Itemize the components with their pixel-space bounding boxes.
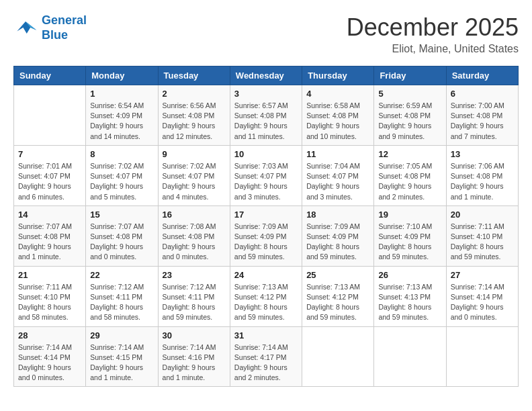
day-number: 9 <box>163 149 226 159</box>
calendar-cell: 9Sunrise: 7:02 AM Sunset: 4:07 PM Daylig… <box>158 145 230 205</box>
calendar-cell: 2Sunrise: 6:56 AM Sunset: 4:08 PM Daylig… <box>158 85 230 146</box>
week-row-3: 21Sunrise: 7:11 AM Sunset: 4:10 PM Dayli… <box>14 266 519 326</box>
day-info: Sunrise: 7:02 AM Sunset: 4:07 PM Dayligh… <box>90 161 153 202</box>
day-number: 30 <box>163 330 226 340</box>
day-info: Sunrise: 6:57 AM Sunset: 4:08 PM Dayligh… <box>234 101 298 142</box>
day-number: 11 <box>306 149 369 159</box>
weekday-header-monday: Monday <box>86 66 158 85</box>
day-number: 16 <box>163 210 226 220</box>
weekday-header-tuesday: Tuesday <box>158 66 230 85</box>
day-info: Sunrise: 6:59 AM Sunset: 4:08 PM Dayligh… <box>378 101 441 142</box>
weekday-row: SundayMondayTuesdayWednesdayThursdayFrid… <box>14 66 519 85</box>
svg-marker-0 <box>17 21 36 34</box>
calendar-cell: 3Sunrise: 6:57 AM Sunset: 4:08 PM Daylig… <box>230 85 302 146</box>
day-number: 20 <box>451 210 514 220</box>
week-row-0: 1Sunrise: 6:54 AM Sunset: 4:09 PM Daylig… <box>14 85 519 146</box>
day-info: Sunrise: 7:07 AM Sunset: 4:08 PM Dayligh… <box>18 222 81 263</box>
day-number: 6 <box>451 89 514 99</box>
day-number: 27 <box>451 270 514 280</box>
day-number: 3 <box>234 89 298 99</box>
logo-line1: General <box>42 13 87 27</box>
calendar-cell: 25Sunrise: 7:13 AM Sunset: 4:12 PM Dayli… <box>302 266 374 326</box>
day-number: 22 <box>90 270 153 280</box>
calendar-cell: 7Sunrise: 7:01 AM Sunset: 4:07 PM Daylig… <box>14 145 86 205</box>
day-number: 7 <box>18 149 81 159</box>
month-title: December 2025 <box>347 13 519 42</box>
day-number: 28 <box>18 330 81 340</box>
calendar-cell: 30Sunrise: 7:14 AM Sunset: 4:16 PM Dayli… <box>158 326 230 387</box>
day-number: 14 <box>18 210 81 220</box>
logo-icon <box>13 19 38 38</box>
day-number: 21 <box>18 270 81 280</box>
day-info: Sunrise: 7:02 AM Sunset: 4:07 PM Dayligh… <box>163 161 226 202</box>
weekday-header-thursday: Thursday <box>302 66 374 85</box>
calendar-cell: 14Sunrise: 7:07 AM Sunset: 4:08 PM Dayli… <box>14 205 86 266</box>
calendar-cell: 27Sunrise: 7:14 AM Sunset: 4:14 PM Dayli… <box>446 266 518 326</box>
day-info: Sunrise: 7:14 AM Sunset: 4:17 PM Dayligh… <box>234 342 298 383</box>
weekday-header-sunday: Sunday <box>14 66 86 85</box>
day-number: 19 <box>378 210 441 220</box>
calendar-cell: 8Sunrise: 7:02 AM Sunset: 4:07 PM Daylig… <box>86 145 158 205</box>
day-info: Sunrise: 7:00 AM Sunset: 4:08 PM Dayligh… <box>451 101 514 142</box>
calendar-cell: 5Sunrise: 6:59 AM Sunset: 4:08 PM Daylig… <box>374 85 446 146</box>
day-number: 12 <box>378 149 441 159</box>
day-number: 10 <box>234 149 298 159</box>
day-info: Sunrise: 7:13 AM Sunset: 4:12 PM Dayligh… <box>234 282 298 323</box>
day-number: 2 <box>163 89 226 99</box>
day-number: 18 <box>306 210 369 220</box>
day-number: 4 <box>306 89 369 99</box>
title-block: December 2025 Eliot, Maine, United State… <box>347 13 519 55</box>
day-info: Sunrise: 7:14 AM Sunset: 4:16 PM Dayligh… <box>163 342 226 383</box>
day-info: Sunrise: 7:13 AM Sunset: 4:13 PM Dayligh… <box>378 282 441 323</box>
weekday-header-saturday: Saturday <box>446 66 518 85</box>
calendar-cell: 13Sunrise: 7:06 AM Sunset: 4:08 PM Dayli… <box>446 145 518 205</box>
calendar-cell: 21Sunrise: 7:11 AM Sunset: 4:10 PM Dayli… <box>14 266 86 326</box>
day-info: Sunrise: 7:01 AM Sunset: 4:07 PM Dayligh… <box>18 161 81 202</box>
calendar-cell <box>302 326 374 387</box>
page-header: General Blue December 2025 Eliot, Maine,… <box>13 13 519 55</box>
day-info: Sunrise: 7:14 AM Sunset: 4:14 PM Dayligh… <box>18 342 81 383</box>
day-info: Sunrise: 7:08 AM Sunset: 4:08 PM Dayligh… <box>163 222 226 263</box>
calendar-cell: 16Sunrise: 7:08 AM Sunset: 4:08 PM Dayli… <box>158 205 230 266</box>
calendar-cell: 10Sunrise: 7:03 AM Sunset: 4:07 PM Dayli… <box>230 145 302 205</box>
day-number: 17 <box>234 210 298 220</box>
weekday-header-friday: Friday <box>374 66 446 85</box>
day-info: Sunrise: 7:10 AM Sunset: 4:09 PM Dayligh… <box>378 222 441 263</box>
day-info: Sunrise: 6:54 AM Sunset: 4:09 PM Dayligh… <box>90 101 153 142</box>
calendar-cell: 19Sunrise: 7:10 AM Sunset: 4:09 PM Dayli… <box>374 205 446 266</box>
calendar-cell: 1Sunrise: 6:54 AM Sunset: 4:09 PM Daylig… <box>86 85 158 146</box>
weekday-header-wednesday: Wednesday <box>230 66 302 85</box>
day-info: Sunrise: 7:09 AM Sunset: 4:09 PM Dayligh… <box>234 222 298 263</box>
day-info: Sunrise: 7:12 AM Sunset: 4:11 PM Dayligh… <box>90 282 153 323</box>
calendar-cell: 12Sunrise: 7:05 AM Sunset: 4:08 PM Dayli… <box>374 145 446 205</box>
calendar-cell <box>14 85 86 146</box>
calendar-header: SundayMondayTuesdayWednesdayThursdayFrid… <box>14 66 519 85</box>
day-info: Sunrise: 7:04 AM Sunset: 4:07 PM Dayligh… <box>306 161 369 202</box>
logo: General Blue <box>13 13 87 42</box>
day-info: Sunrise: 6:56 AM Sunset: 4:08 PM Dayligh… <box>163 101 226 142</box>
day-number: 31 <box>234 330 298 340</box>
day-number: 25 <box>306 270 369 280</box>
calendar-cell: 18Sunrise: 7:09 AM Sunset: 4:09 PM Dayli… <box>302 205 374 266</box>
day-info: Sunrise: 6:58 AM Sunset: 4:08 PM Dayligh… <box>306 101 369 142</box>
calendar-cell: 22Sunrise: 7:12 AM Sunset: 4:11 PM Dayli… <box>86 266 158 326</box>
calendar-cell: 17Sunrise: 7:09 AM Sunset: 4:09 PM Dayli… <box>230 205 302 266</box>
day-info: Sunrise: 7:14 AM Sunset: 4:15 PM Dayligh… <box>90 342 153 383</box>
day-info: Sunrise: 7:07 AM Sunset: 4:08 PM Dayligh… <box>90 222 153 263</box>
day-info: Sunrise: 7:12 AM Sunset: 4:11 PM Dayligh… <box>163 282 226 323</box>
calendar-cell: 11Sunrise: 7:04 AM Sunset: 4:07 PM Dayli… <box>302 145 374 205</box>
calendar-cell <box>446 326 518 387</box>
calendar-body: 1Sunrise: 6:54 AM Sunset: 4:09 PM Daylig… <box>14 85 519 387</box>
day-number: 23 <box>163 270 226 280</box>
day-number: 15 <box>90 210 153 220</box>
logo-line2: Blue <box>42 28 68 42</box>
calendar-cell <box>374 326 446 387</box>
day-info: Sunrise: 7:11 AM Sunset: 4:10 PM Dayligh… <box>18 282 81 323</box>
day-info: Sunrise: 7:11 AM Sunset: 4:10 PM Dayligh… <box>451 222 514 263</box>
day-info: Sunrise: 7:05 AM Sunset: 4:08 PM Dayligh… <box>378 161 441 202</box>
day-number: 13 <box>451 149 514 159</box>
day-number: 5 <box>378 89 441 99</box>
day-number: 24 <box>234 270 298 280</box>
day-number: 1 <box>90 89 153 99</box>
calendar-cell: 20Sunrise: 7:11 AM Sunset: 4:10 PM Dayli… <box>446 205 518 266</box>
